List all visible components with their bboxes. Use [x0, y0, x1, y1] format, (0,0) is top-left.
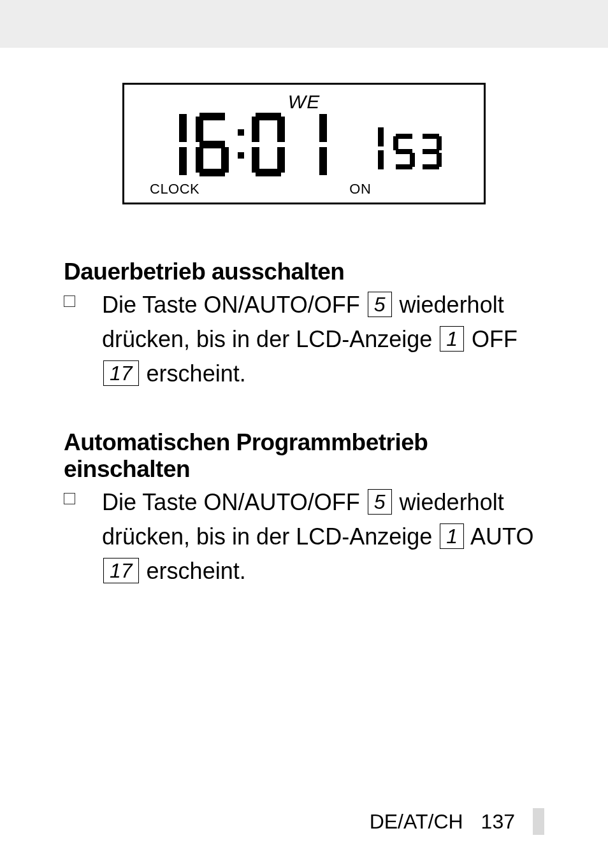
keyref-5: 5 [368, 489, 392, 515]
footer-locale: DE/AT/CH [370, 810, 463, 834]
svg-rect-29 [423, 164, 439, 169]
text-frag: Die Taste ON/AUTO/OFF [102, 489, 366, 515]
lcd-time-row [143, 110, 465, 180]
keyref-1: 1 [440, 326, 464, 352]
svg-rect-3 [196, 117, 203, 142]
heading-dauerbetrieb: Dauerbetrieb ausschalten [64, 259, 544, 285]
svg-rect-0 [179, 114, 187, 142]
square-bullet-icon [64, 295, 75, 307]
svg-rect-16 [319, 114, 327, 142]
instruction-text-1: Die Taste ON/AUTO/OFF 5 wiederholt drück… [102, 288, 544, 391]
keyref-17: 17 [103, 360, 139, 386]
keyref-1: 1 [440, 523, 464, 549]
page-footer: DE/AT/CH 137 [370, 808, 544, 835]
text-frag: OFF [465, 326, 518, 352]
instruction-row-1: Die Taste ON/AUTO/OFF 5 wiederholt drück… [64, 288, 544, 391]
lcd-clock-label: CLOCK [150, 181, 199, 197]
lcd-bottom-labels: CLOCK ON [143, 181, 465, 197]
text-frag: erscheint. [140, 558, 246, 584]
keyref-17: 17 [103, 558, 139, 583]
svg-rect-11 [252, 117, 259, 142]
svg-rect-17 [319, 147, 327, 175]
svg-rect-9 [238, 152, 244, 159]
svg-rect-26 [437, 136, 442, 150]
svg-rect-15 [256, 169, 281, 176]
heading-automatischen: Automatischen Programmbetrieb einschalte… [64, 429, 544, 483]
text-frag: erscheint. [140, 360, 246, 387]
keyref-5: 5 [368, 292, 392, 317]
text-frag: Die Taste ON/AUTO/OFF [102, 292, 366, 318]
footer-bar-icon [533, 808, 544, 835]
lcd-seconds [374, 125, 451, 176]
footer-page-number: 137 [481, 810, 515, 834]
svg-rect-19 [378, 150, 384, 169]
svg-rect-1 [179, 147, 187, 175]
instruction-text-2: Die Taste ON/AUTO/OFF 5 wiederholt drück… [102, 485, 544, 588]
lcd-main-time [157, 110, 361, 180]
svg-rect-18 [378, 127, 384, 146]
svg-rect-7 [199, 169, 225, 176]
page-body: WE [0, 48, 608, 868]
svg-rect-24 [396, 164, 412, 169]
square-bullet-icon [64, 493, 75, 504]
svg-rect-8 [238, 129, 244, 136]
instruction-row-2: Die Taste ON/AUTO/OFF 5 wiederholt drück… [64, 485, 544, 588]
lcd-display: WE [122, 83, 486, 204]
svg-rect-21 [393, 136, 398, 150]
svg-rect-13 [277, 117, 285, 142]
text-frag: AUTO [465, 523, 533, 550]
lcd-on-label: ON [349, 181, 371, 197]
